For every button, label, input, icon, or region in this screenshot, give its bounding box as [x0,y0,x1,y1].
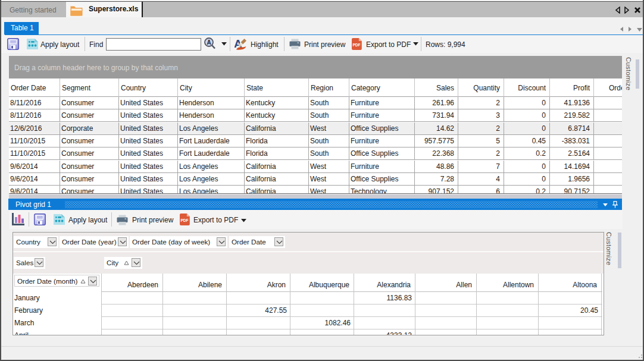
svg-text:PDF: PDF [353,43,361,47]
svg-text:A: A [207,39,211,46]
svg-text:PDF: PDF [181,218,189,222]
